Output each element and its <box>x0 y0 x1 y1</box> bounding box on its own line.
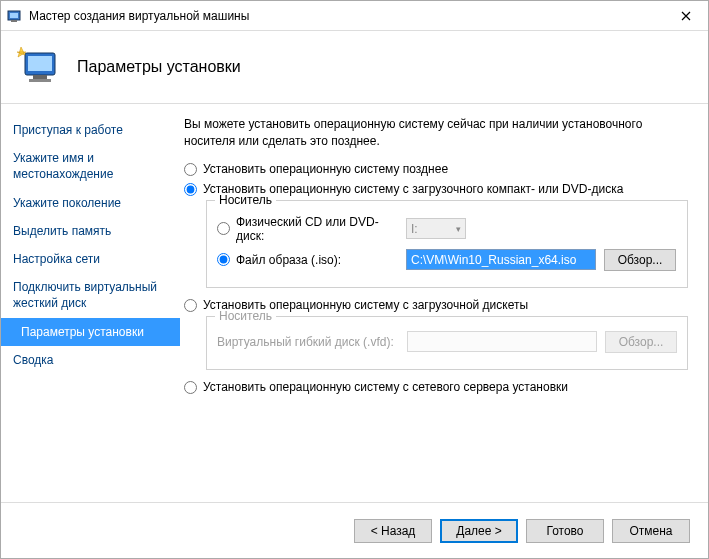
media-fieldset: Носитель Физический CD или DVD-диск: I: … <box>206 200 688 288</box>
page-title: Параметры установки <box>77 58 241 76</box>
label-vfd: Виртуальный гибкий диск (.vfd): <box>217 335 407 349</box>
intro-text: Вы можете установить операционную систем… <box>184 116 688 150</box>
floppy-fieldset: Носитель Виртуальный гибкий диск (.vfd):… <box>206 316 688 370</box>
drive-value: I: <box>411 222 418 236</box>
radio-physical-disc[interactable] <box>217 222 230 235</box>
svg-rect-1 <box>10 13 18 18</box>
step-summary[interactable]: Сводка <box>1 346 180 374</box>
vfd-path-input <box>407 331 597 352</box>
radio-install-cd[interactable] <box>184 183 197 196</box>
radio-install-network[interactable] <box>184 381 197 394</box>
close-button[interactable] <box>663 1 708 30</box>
wizard-header: Параметры установки <box>1 31 708 104</box>
cancel-button[interactable]: Отмена <box>612 519 690 543</box>
svg-rect-2 <box>11 20 17 22</box>
iso-path-input[interactable] <box>406 249 596 270</box>
svg-rect-4 <box>28 56 52 71</box>
chevron-down-icon: ▾ <box>456 224 461 234</box>
step-generation[interactable]: Укажите поколение <box>1 189 180 217</box>
radio-install-later[interactable] <box>184 163 197 176</box>
browse-iso-button[interactable]: Обзор... <box>604 249 676 271</box>
wizard-window: Мастер создания виртуальной машины Парам… <box>0 0 709 559</box>
step-before-you-begin[interactable]: Приступая к работе <box>1 116 180 144</box>
browse-vfd-button: Обзор... <box>605 331 677 353</box>
back-button[interactable]: < Назад <box>354 519 432 543</box>
label-physical-disc: Физический CD или DVD-диск: <box>236 215 406 243</box>
svg-rect-5 <box>33 75 47 79</box>
svg-rect-6 <box>29 79 51 82</box>
window-title: Мастер создания виртуальной машины <box>29 9 663 23</box>
app-icon <box>7 8 23 24</box>
floppy-legend: Носитель <box>215 309 276 323</box>
drive-select: I: ▾ <box>406 218 466 239</box>
wizard-footer: < Назад Далее > Готово Отмена <box>1 502 708 558</box>
wizard-content: Вы можете установить операционную систем… <box>180 104 708 500</box>
step-name-location[interactable]: Укажите имя и местонахождение <box>1 144 180 188</box>
wizard-steps-sidebar: Приступая к работе Укажите имя и местона… <box>1 104 180 500</box>
step-memory[interactable]: Выделить память <box>1 217 180 245</box>
step-vhd[interactable]: Подключить виртуальный жесткий диск <box>1 273 180 317</box>
label-install-network: Установить операционную систему с сетево… <box>203 380 688 394</box>
label-install-later: Установить операционную систему позднее <box>203 162 688 176</box>
close-icon <box>681 11 691 21</box>
label-iso-file: Файл образа (.iso): <box>236 253 406 267</box>
finish-button[interactable]: Готово <box>526 519 604 543</box>
radio-iso-file[interactable] <box>217 253 230 266</box>
step-install-options[interactable]: Параметры установки <box>1 318 180 346</box>
wizard-icon <box>15 45 63 89</box>
next-button[interactable]: Далее > <box>440 519 518 543</box>
media-legend: Носитель <box>215 193 276 207</box>
titlebar: Мастер создания виртуальной машины <box>1 1 708 31</box>
wizard-body: Приступая к работе Укажите имя и местона… <box>1 104 708 500</box>
radio-install-floppy[interactable] <box>184 299 197 312</box>
step-networking[interactable]: Настройка сети <box>1 245 180 273</box>
